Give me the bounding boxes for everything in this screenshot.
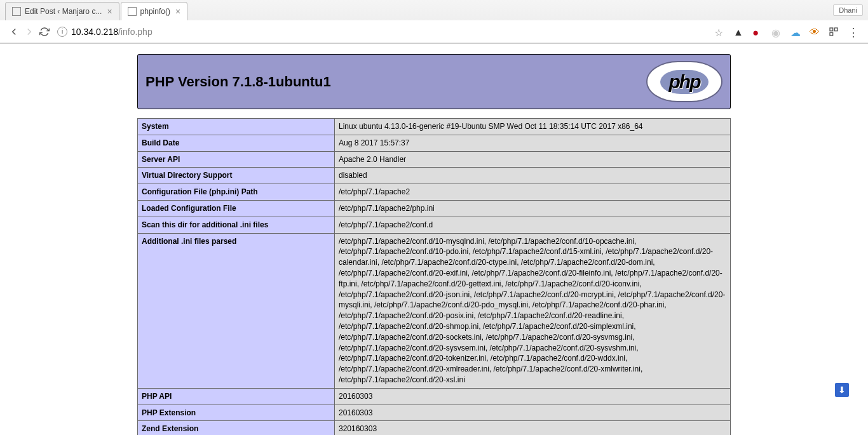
- cloud-icon[interactable]: ☁: [790, 27, 801, 37]
- info-value: /etc/php/7.1/apache2: [335, 184, 731, 201]
- reload-button[interactable]: [37, 24, 52, 39]
- svg-rect-1: [834, 28, 837, 31]
- bookmark-star-icon[interactable]: ☆: [714, 27, 724, 37]
- info-value: disabled: [335, 168, 731, 184]
- page-icon: [12, 7, 21, 16]
- info-icon[interactable]: i: [57, 27, 67, 37]
- browser-chrome: Edit Post ‹ Manjaro c... × phpinfo() × D…: [0, 0, 868, 44]
- phpinfo-table: SystemLinux ubuntu 4.13.0-16-generic #19…: [137, 118, 731, 435]
- info-key: Virtual Directory Support: [138, 168, 335, 184]
- table-row: PHP API20160303: [138, 388, 731, 405]
- info-key: Scan this dir for additional .ini files: [138, 217, 335, 233]
- phpinfo-container: PHP Version 7.1.8-1ubuntu1 php SystemLin…: [137, 54, 731, 435]
- close-icon[interactable]: ×: [107, 6, 112, 17]
- info-key: System: [138, 119, 335, 135]
- extension-icon[interactable]: ▲: [733, 27, 743, 37]
- tab-title: Edit Post ‹ Manjaro c...: [25, 7, 102, 16]
- info-key: Additional .ini files parsed: [138, 233, 335, 388]
- back-button[interactable]: [6, 24, 22, 39]
- info-value: /etc/php/7.1/apache2/conf.d: [335, 217, 731, 233]
- menu-icon[interactable]: ⋮: [848, 27, 858, 37]
- info-value: 320160303: [335, 421, 731, 435]
- table-row: Additional .ini files parsed/etc/php/7.1…: [138, 233, 731, 388]
- php-version-title: PHP Version 7.1.8-1ubuntu1: [146, 74, 331, 90]
- info-value: Apache 2.0 Handler: [335, 151, 731, 168]
- url-bar[interactable]: i 10.34.0.218/info.php: [57, 27, 709, 37]
- tab-active[interactable]: phpinfo() ×: [121, 2, 188, 20]
- php-logo: php: [646, 61, 722, 102]
- table-row: PHP Extension20160303: [138, 405, 731, 421]
- nav-bar: i 10.34.0.218/info.php ☆ ▲ ● ◉ ☁ 👁 ⋮: [0, 20, 868, 43]
- tab-title: phpinfo(): [140, 7, 170, 16]
- tab-bar: Edit Post ‹ Manjaro c... × phpinfo() × D…: [0, 0, 868, 20]
- table-row: Loaded Configuration File/etc/php/7.1/ap…: [138, 200, 731, 217]
- qr-icon[interactable]: [829, 27, 839, 37]
- table-row: Scan this dir for additional .ini files/…: [138, 217, 731, 233]
- info-value: Linux ubuntu 4.13.0-16-generic #19-Ubunt…: [335, 119, 731, 135]
- extension-icon[interactable]: ◉: [771, 27, 782, 37]
- toolbar-icons: ☆ ▲ ● ◉ ☁ 👁 ⋮: [714, 27, 862, 37]
- info-value: 20160303: [335, 405, 731, 421]
- info-key: Server API: [138, 151, 335, 168]
- info-key: Zend Extension: [138, 421, 335, 435]
- table-row: Zend Extension320160303: [138, 421, 731, 435]
- forward-button[interactable]: [22, 24, 37, 39]
- table-row: Virtual Directory Supportdisabled: [138, 168, 731, 184]
- svg-rect-0: [830, 28, 833, 31]
- info-key: PHP Extension: [138, 405, 335, 421]
- info-value: /etc/php/7.1/apache2/conf.d/10-mysqlnd.i…: [335, 233, 731, 388]
- svg-rect-2: [830, 32, 833, 36]
- info-key: Build Date: [138, 135, 335, 151]
- table-row: Build DateAug 8 2017 15:57:37: [138, 135, 731, 151]
- table-row: Configuration File (php.ini) Path/etc/ph…: [138, 184, 731, 201]
- page-body[interactable]: PHP Version 7.1.8-1ubuntu1 php SystemLin…: [0, 44, 868, 435]
- info-key: Configuration File (php.ini) Path: [138, 184, 335, 201]
- table-row: SystemLinux ubuntu 4.13.0-16-generic #19…: [138, 119, 731, 135]
- extension-icon[interactable]: 👁: [810, 27, 820, 37]
- close-icon[interactable]: ×: [175, 6, 180, 17]
- page-icon: [128, 7, 137, 16]
- table-row: Server APIApache 2.0 Handler: [138, 151, 731, 168]
- pinterest-icon[interactable]: ●: [752, 27, 763, 37]
- scroll-down-icon[interactable]: ⬇: [835, 383, 849, 397]
- phpinfo-header: PHP Version 7.1.8-1ubuntu1 php: [137, 54, 731, 109]
- info-value: /etc/php/7.1/apache2/php.ini: [335, 200, 731, 217]
- user-badge[interactable]: Dhani: [833, 4, 863, 16]
- info-value: 20160303: [335, 388, 731, 405]
- url-text: 10.34.0.218/info.php: [71, 27, 153, 37]
- php-logo-text: php: [660, 70, 709, 94]
- info-value: Aug 8 2017 15:57:37: [335, 135, 731, 151]
- info-key: PHP API: [138, 388, 335, 405]
- info-key: Loaded Configuration File: [138, 200, 335, 217]
- tab-inactive[interactable]: Edit Post ‹ Manjaro c... ×: [5, 2, 119, 20]
